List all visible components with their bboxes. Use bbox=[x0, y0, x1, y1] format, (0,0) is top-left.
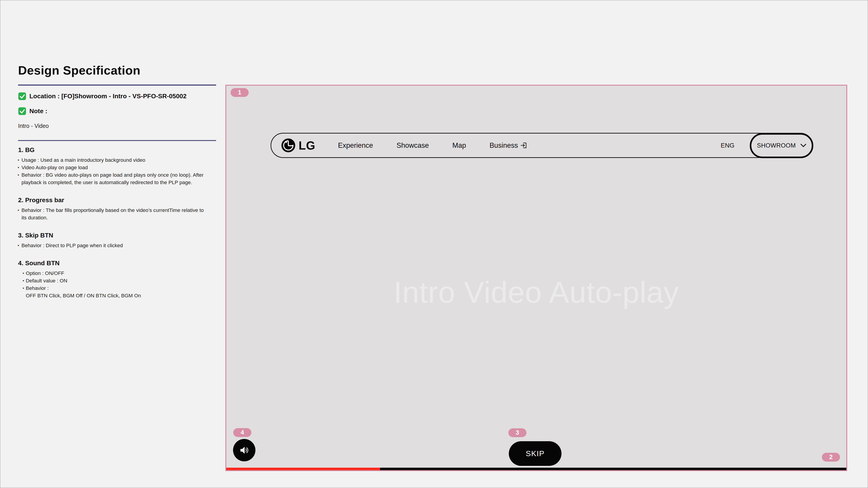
section-heading: 3. Skip BTN bbox=[18, 232, 216, 239]
showroom-dropdown[interactable]: SHOWROOM bbox=[750, 133, 813, 158]
nav-menu: ExperienceShowcaseMapBusiness bbox=[338, 141, 527, 150]
spec-bullet: Behavior : The bar fills proportionally … bbox=[18, 206, 216, 221]
chevron-down-icon bbox=[800, 144, 806, 148]
mockup-navbar: LG ExperienceShowcaseMapBusiness ENG bbox=[271, 133, 813, 158]
annotation-badge-2: 2 bbox=[822, 453, 840, 462]
nav-item-showcase[interactable]: Showcase bbox=[397, 141, 429, 150]
screenshot-frame: Design Specification Location : [FO]Show… bbox=[0, 0, 868, 488]
location-text: Location : [FO]Showroom - Intro - VS-PFO… bbox=[29, 93, 186, 100]
spec-section: 3. Skip BTNBehavior : Direct to PLP page… bbox=[18, 232, 216, 249]
nav-item-business[interactable]: Business bbox=[490, 141, 527, 150]
lg-logo-link[interactable]: LG bbox=[281, 138, 315, 153]
spec-section: 1. BGUsage : Used as a main introductory… bbox=[18, 147, 216, 186]
note-row: Note : bbox=[18, 107, 216, 116]
nav-item-experience[interactable]: Experience bbox=[338, 141, 373, 150]
spec-bullet: Video Auto-play on page load bbox=[18, 164, 216, 171]
section-heading: 4. Sound BTN bbox=[18, 260, 216, 267]
progress-bar bbox=[226, 468, 846, 470]
note-text: Note : bbox=[29, 107, 47, 115]
annotation-badge-4: 4 bbox=[233, 428, 251, 437]
location-row: Location : [FO]Showroom - Intro - VS-PFO… bbox=[18, 92, 216, 101]
sound-button[interactable] bbox=[233, 439, 255, 461]
annotation-badge-3: 3 bbox=[508, 428, 526, 437]
lg-logo-text: LG bbox=[299, 139, 315, 152]
showroom-dropdown-label: SHOWROOM bbox=[757, 142, 796, 149]
divider-sections bbox=[18, 140, 216, 141]
nav-item-label: Business bbox=[490, 141, 518, 150]
nav-item-map[interactable]: Map bbox=[452, 141, 466, 150]
spec-sections: 1. BGUsage : Used as a main introductory… bbox=[18, 147, 216, 299]
nav-item-label: Map bbox=[452, 141, 466, 150]
nav-item-label: Showcase bbox=[397, 141, 429, 150]
spec-bullet: OFF BTN Click, BGM Off / ON BTN Click, B… bbox=[18, 292, 216, 299]
spec-bullet: Behavior : BG video auto-plays on page l… bbox=[18, 171, 216, 186]
language-button[interactable]: ENG bbox=[721, 142, 735, 149]
spec-panel: Design Specification Location : [FO]Show… bbox=[18, 63, 216, 299]
skip-button[interactable]: SKIP bbox=[509, 441, 561, 466]
speaker-icon bbox=[239, 446, 250, 455]
watermark-text: Intro Video Auto-play bbox=[394, 275, 679, 310]
mockup-frame: 1 LG ExperienceShowcaseMapBusiness ENG S… bbox=[225, 85, 847, 471]
section-heading: 2. Progress bar bbox=[18, 197, 216, 204]
divider-title bbox=[18, 85, 216, 86]
spec-subtitle: Intro - Video bbox=[18, 123, 216, 129]
check-icon bbox=[18, 107, 26, 115]
progress-fill bbox=[226, 468, 380, 470]
check-icon bbox=[18, 92, 26, 100]
spec-bullet: Option : ON/OFF bbox=[18, 269, 216, 277]
section-heading: 1. BG bbox=[18, 147, 216, 154]
spec-bullet: Default value : ON bbox=[18, 277, 216, 285]
design-spec-page: { "colors": { "page_bg": "#f3f2f2", "fra… bbox=[0, 0, 868, 488]
spec-bullet: Usage : Used as a main introductory back… bbox=[18, 156, 216, 164]
annotation-badge-1: 1 bbox=[230, 88, 249, 97]
spec-bullet: Behavior : Direct to PLP page when it cl… bbox=[18, 242, 216, 249]
spec-section: 2. Progress barBehavior : The bar fills … bbox=[18, 197, 216, 221]
nav-item-label: Experience bbox=[338, 141, 373, 150]
spec-bullet: Behavior : bbox=[18, 285, 216, 292]
lg-logo-icon bbox=[281, 138, 296, 153]
spec-section: 4. Sound BTNOption : ON/OFFDefault value… bbox=[18, 260, 216, 299]
enter-icon bbox=[520, 142, 527, 149]
page-title: Design Specification bbox=[18, 63, 216, 77]
